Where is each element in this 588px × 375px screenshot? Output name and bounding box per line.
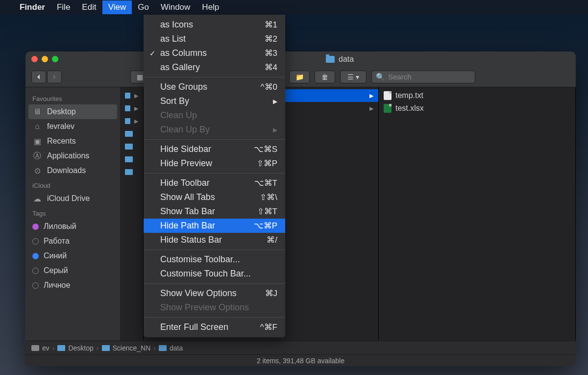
sidebar-item-icloud drive[interactable]: ☁iCloud Drive [25,191,120,206]
menu-item-use-groups[interactable]: Use Groups^⌘0 [144,80,285,94]
menubar: Finder File Edit View Go Window Help [0,0,588,15]
menu-item-hide-toolbar[interactable]: Hide Toolbar⌥⌘T [144,176,285,190]
path-segment[interactable]: Desktop [68,344,93,352]
path-segment[interactable]: ev [42,344,49,352]
forward-button[interactable] [47,71,62,83]
column-item[interactable]: ▶ [120,102,143,115]
file-item-test.xlsx[interactable]: test.xlsx [379,102,575,115]
folder-icon [326,56,335,63]
menu-item-as-list[interactable]: as List⌘2 [144,32,285,46]
sidebar-section-favourites: Favourites [25,91,120,104]
search-field[interactable]: 🔍 Search [371,71,475,83]
home-icon: ⌂ [32,123,42,130]
window-title-text: data [339,55,354,64]
tag-dot-icon [32,282,39,289]
search-icon: 🔍 [376,73,385,81]
menu-item-hide-preview[interactable]: Hide Preview⇧⌘P [144,156,285,171]
sidebar-item-recents[interactable]: ▣Recents [25,134,120,149]
sidebar-item-работа[interactable]: Работа [25,234,120,249]
action-button[interactable]: ☰ ▾ [340,71,367,83]
column-item[interactable] [120,140,143,153]
search-placeholder: Search [388,73,412,81]
column-item[interactable] [120,153,143,166]
column-item[interactable]: ▶ [120,115,143,127]
delete-button[interactable]: 🗑 [315,71,335,83]
disk-icon [31,345,39,351]
menu-item-as-gallery[interactable]: as Gallery⌘4 [144,60,285,75]
tag-dot-icon [32,238,39,245]
sidebar-section-tags: Tags [25,206,120,219]
folder-icon [125,93,130,99]
menu-item-clean-up-by: Clean Up By▶ [144,123,285,137]
folder-icon [125,144,133,150]
sidebar-section-icloud: iCloud [25,178,120,191]
menu-item-show-all-tabs[interactable]: Show All Tabs⇧⌘\ [144,190,285,204]
path-bar: ev›Desktop›Science_NN›data [25,341,576,354]
menu-go[interactable]: Go [132,0,155,14]
back-button[interactable] [31,71,46,83]
sidebar-item-синий[interactable]: Синий [25,249,120,263]
menu-item-sort-by[interactable]: Sort By▶ [144,94,285,108]
menu-item-as-columns[interactable]: ✓as Columns⌘3 [144,46,285,60]
column-item[interactable] [120,166,143,178]
menu-window[interactable]: Window [155,0,196,14]
sidebar-item-лиловый[interactable]: Лиловый [25,219,120,234]
window-controls [31,56,58,62]
window-title: data [326,55,354,64]
sidebar-item-downloads[interactable]: ⊙Downloads [25,163,120,178]
menu-app[interactable]: Finder [14,0,51,14]
titlebar: data ▦ ☰ ▥ ▭ ▦ ▾ ◖● 📁 🗑 ☰ ▾ 🔍 Search [25,51,576,87]
folder-icon [159,345,167,351]
menu-item-show-tab-bar[interactable]: Show Tab Bar⇧⌘T [144,204,285,219]
menu-view[interactable]: View [102,0,132,14]
apps-icon: Ⓐ [32,152,42,160]
sidebar-item-личное[interactable]: Личное [25,278,120,293]
menu-edit[interactable]: Edit [76,0,102,14]
folder-icon [125,105,130,111]
minimize-button[interactable] [42,56,48,62]
icloud-icon: ☁ [32,195,42,202]
recents-icon: ▣ [32,137,42,145]
sidebar-item-applications[interactable]: ⒶApplications [25,149,120,163]
menu-file[interactable]: File [51,0,76,14]
folder-icon [125,169,133,175]
file-item-temp.txt[interactable]: temp.txt [379,89,575,102]
path-segment[interactable]: Science_NN [113,344,151,352]
finder-window: data ▦ ☰ ▥ ▭ ▦ ▾ ◖● 📁 🗑 ☰ ▾ 🔍 Search [25,51,576,366]
menu-item-show-preview-options: Show Preview Options [144,300,285,315]
menu-item-as-icons[interactable]: as Icons⌘1 [144,18,285,32]
fullscreen-button[interactable] [52,56,58,62]
new-folder-button[interactable]: 📁 [289,71,310,83]
sidebar-item-desktop[interactable]: 🖥Desktop [28,104,117,119]
folder-icon [125,156,133,162]
tag-dot-icon [32,253,39,259]
status-bar: 2 items, 391,48 GB available [25,354,576,366]
file-icon [384,104,392,113]
status-text: 2 items, 391,48 GB available [257,357,344,365]
desktop-icon: 🖥 [32,108,42,116]
downloads-icon: ⊙ [32,167,42,175]
menu-item-show-view-options[interactable]: Show View Options⌘J [144,286,285,300]
column-3: temp.txttest.xlsx [379,87,576,341]
path-segment[interactable]: data [170,344,183,352]
column-1: ▶ ▶ ▶ [120,87,144,341]
menu-item-enter-full-screen[interactable]: Enter Full Screen^⌘F [144,320,285,334]
menu-item-hide-path-bar[interactable]: Hide Path Bar⌥⌘P [144,219,285,233]
menu-item-hide-status-bar[interactable]: Hide Status Bar⌘/ [144,233,285,247]
menu-item-customise-toolbar-[interactable]: Customise Toolbar... [144,252,285,267]
menu-help[interactable]: Help [196,0,225,14]
menu-item-clean-up: Clean Up [144,108,285,123]
sidebar-item-серый[interactable]: Серый [25,263,120,278]
menu-item-hide-sidebar[interactable]: Hide Sidebar⌥⌘S [144,142,285,156]
sidebar: Favourites🖥Desktop⌂fevralev▣RecentsⒶAppl… [25,87,120,341]
column-item[interactable]: ▶ [120,89,143,102]
folder-icon [125,118,130,124]
column-item[interactable] [120,127,143,140]
folder-icon [125,131,133,137]
close-button[interactable] [31,56,38,62]
sidebar-item-fevralev[interactable]: ⌂fevralev [25,119,120,134]
menu-item-customise-touch-bar-[interactable]: Customise Touch Bar... [144,267,285,281]
view-menu-dropdown: as Icons⌘1as List⌘2✓as Columns⌘3as Galle… [144,15,285,337]
tag-dot-icon [32,224,39,230]
folder-icon [57,345,65,351]
